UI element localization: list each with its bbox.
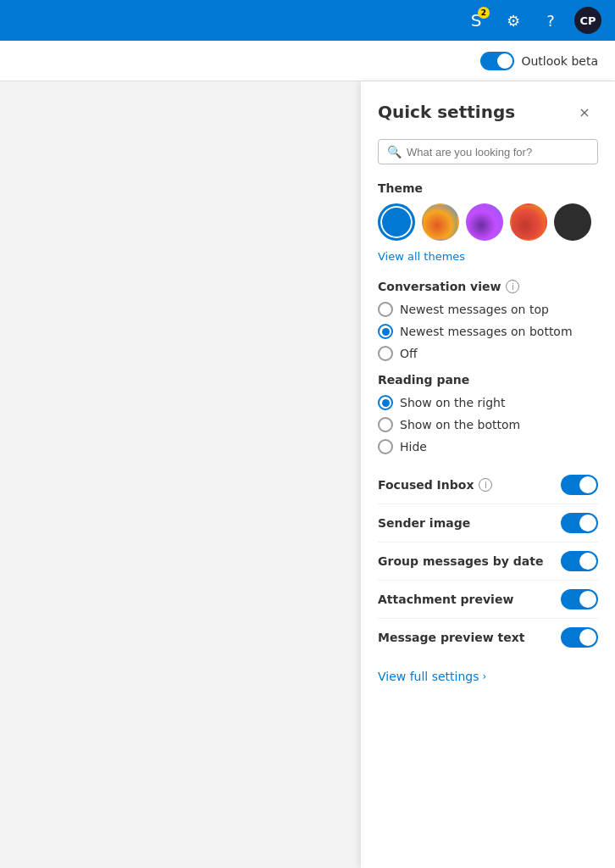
reading-pane-option-hide[interactable]: Hide [378, 439, 598, 454]
radio-off[interactable] [378, 346, 393, 361]
left-panel [0, 81, 361, 868]
theme-purple[interactable] [466, 203, 503, 241]
radio-hide[interactable] [378, 439, 393, 454]
avatar-button[interactable]: CP [571, 3, 605, 37]
search-box[interactable]: 🔍 [378, 139, 598, 164]
sender-image-label: Sender image [378, 516, 470, 530]
skype-button[interactable]: S 2 [459, 3, 493, 37]
theme-circles [378, 203, 598, 241]
radio-newest-bottom[interactable] [378, 324, 393, 339]
main-area: Quick settings × 🔍 Theme View all themes… [0, 81, 615, 868]
conversation-view-info-icon[interactable]: i [506, 280, 519, 293]
topbar: S 2 ⚙ ? CP [0, 0, 615, 41]
message-preview-toggle[interactable] [561, 627, 598, 648]
search-icon: 🔍 [387, 145, 402, 159]
conversation-view-option-off[interactable]: Off [378, 346, 598, 361]
focused-inbox-label: Focused Inbox [378, 478, 474, 492]
skype-badge: 2 [478, 7, 490, 19]
message-preview-label: Message preview text [378, 631, 525, 644]
chevron-right-icon: › [483, 670, 487, 682]
outlook-beta-toggle-container: Outlook beta [480, 52, 598, 70]
search-input[interactable] [407, 146, 589, 159]
quick-settings-title: Quick settings [378, 102, 515, 122]
conversation-view-header: Conversation view i [378, 280, 598, 293]
settings-button[interactable]: ⚙ [496, 3, 530, 37]
help-button[interactable]: ? [534, 3, 568, 37]
quick-settings-panel: Quick settings × 🔍 Theme View all themes… [361, 81, 615, 868]
reading-pane-option-right[interactable]: Show on the right [378, 395, 598, 410]
radio-newest-bottom-label: Newest messages on bottom [400, 325, 573, 338]
sender-image-row: Sender image [378, 504, 598, 542]
theme-sunset[interactable] [422, 203, 459, 241]
group-messages-label: Group messages by date [378, 554, 543, 568]
avatar: CP [574, 7, 601, 34]
radio-show-bottom-label: Show on the bottom [400, 418, 520, 431]
conversation-view-option-bottom[interactable]: Newest messages on bottom [378, 324, 598, 339]
radio-show-right[interactable] [378, 395, 393, 410]
focused-inbox-row: Focused Inbox i [378, 466, 598, 504]
radio-hide-label: Hide [400, 440, 427, 453]
theme-section-title: Theme [378, 181, 598, 195]
theme-blue[interactable] [378, 203, 415, 241]
subheader: Outlook beta [0, 41, 615, 81]
attachment-preview-label: Attachment preview [378, 593, 513, 606]
sender-image-toggle[interactable] [561, 513, 598, 533]
close-icon: × [579, 104, 590, 120]
focused-inbox-info-icon[interactable]: i [479, 478, 492, 492]
view-full-settings-link[interactable]: View full settings › [378, 670, 598, 683]
outlook-beta-label: Outlook beta [521, 54, 598, 68]
focused-inbox-label-row: Focused Inbox i [378, 478, 492, 492]
conversation-view-option-top[interactable]: Newest messages on top [378, 302, 598, 317]
radio-show-bottom[interactable] [378, 417, 393, 432]
view-full-settings-label: View full settings [378, 670, 479, 683]
attachment-preview-row: Attachment preview [378, 581, 598, 619]
radio-off-label: Off [400, 347, 418, 360]
radio-show-right-label: Show on the right [400, 396, 505, 409]
gear-icon: ⚙ [507, 12, 520, 30]
reading-pane-option-bottom[interactable]: Show on the bottom [378, 417, 598, 432]
view-all-themes-link[interactable]: View all themes [378, 250, 465, 263]
focused-inbox-toggle[interactable] [561, 475, 598, 495]
help-icon: ? [546, 12, 555, 30]
radio-newest-top[interactable] [378, 302, 393, 317]
reading-pane-title: Reading pane [378, 373, 598, 387]
theme-rose[interactable] [510, 203, 547, 241]
conversation-view-title: Conversation view [378, 280, 501, 293]
message-preview-row: Message preview text [378, 619, 598, 656]
outlook-beta-toggle[interactable] [480, 52, 514, 70]
radio-newest-top-label: Newest messages on top [400, 303, 549, 316]
theme-dark[interactable] [554, 203, 591, 241]
quick-settings-header: Quick settings × [378, 98, 598, 125]
group-messages-toggle[interactable] [561, 551, 598, 571]
group-messages-row: Group messages by date [378, 542, 598, 581]
close-button[interactable]: × [571, 98, 598, 125]
attachment-preview-toggle[interactable] [561, 589, 598, 609]
